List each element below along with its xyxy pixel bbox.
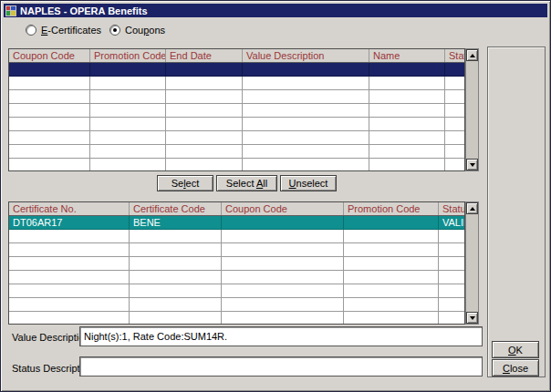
certificate-table-scrollbar[interactable] (465, 201, 479, 325)
table-cell (243, 77, 369, 90)
table-row[interactable] (9, 118, 465, 131)
coupon-table: Coupon CodePromotion CodeEnd DateValue D… (8, 48, 465, 171)
table-cell (130, 312, 222, 325)
radio-circle-icon (109, 25, 120, 36)
table-cell (344, 298, 439, 312)
table-row[interactable] (9, 159, 465, 172)
table-cell (369, 118, 445, 131)
title-bar[interactable]: NAPLES - OPERA Benefits (4, 4, 547, 17)
table-row[interactable] (9, 131, 465, 145)
table-cell (439, 312, 466, 325)
radio-label: Coupons (125, 25, 165, 36)
table-cell (344, 243, 439, 257)
table-cell (439, 257, 466, 271)
table-cell (445, 131, 466, 145)
radio-coupons[interactable]: Coupons (109, 25, 165, 36)
table-cell (369, 131, 445, 145)
table-cell (243, 118, 369, 131)
select-all-button[interactable]: Select All (216, 175, 277, 191)
select-button[interactable]: Select (157, 175, 213, 191)
coupon-table-scrollbar[interactable] (465, 48, 479, 171)
table-row[interactable] (9, 271, 465, 284)
table-cell (445, 77, 466, 90)
table-row[interactable] (9, 243, 465, 257)
value-description-label: Value Description (12, 332, 89, 343)
radio-e-certificates[interactable]: E-Certificates (26, 25, 101, 36)
table-cell (344, 230, 439, 243)
arrow-down-icon (470, 316, 475, 320)
status-description-field[interactable] (79, 356, 483, 377)
table-cell (222, 284, 344, 298)
table-cell (9, 312, 130, 325)
table-cell (90, 90, 166, 104)
table-cell (9, 145, 90, 159)
table-cell (90, 159, 166, 172)
table-cell (243, 159, 369, 172)
table-cell (9, 243, 130, 257)
table-cell (130, 243, 222, 257)
data-grid: Coupon CodePromotion CodeEnd DateValue D… (9, 49, 465, 171)
scroll-up-button[interactable] (466, 202, 478, 214)
table-row[interactable] (9, 104, 465, 118)
table-cell (243, 131, 369, 145)
table-row[interactable] (9, 298, 465, 312)
table-cell (222, 312, 344, 325)
table-cell (439, 243, 466, 257)
table-cell (445, 118, 466, 131)
table-cell (222, 243, 344, 257)
scroll-down-button[interactable] (466, 159, 478, 170)
table-row[interactable] (9, 284, 465, 298)
table-cell (222, 230, 344, 243)
table-cell (9, 118, 90, 131)
table-cell (90, 77, 166, 90)
column-header: Promotion Code (90, 49, 166, 63)
scroll-up-button[interactable] (466, 49, 478, 61)
table-cell: VALID (439, 216, 466, 230)
table-row[interactable]: DT06AR17BENEVALID (9, 216, 465, 230)
table-row[interactable] (9, 230, 465, 243)
unselect-button[interactable]: Unselect (280, 175, 337, 191)
table-row[interactable] (9, 63, 465, 77)
table-cell (344, 271, 439, 284)
table-cell (90, 63, 166, 77)
table-cell (369, 104, 445, 118)
scroll-down-button[interactable] (466, 312, 478, 324)
table-cell (344, 257, 439, 271)
table-cell (9, 104, 90, 118)
column-header: Certificate No. (9, 202, 130, 216)
table-cell (445, 63, 466, 77)
table-row[interactable] (9, 77, 465, 90)
table-cell (130, 284, 222, 298)
radio-circle-icon (26, 25, 36, 36)
table-row[interactable] (9, 145, 465, 159)
table-cell (243, 145, 369, 159)
close-button[interactable]: Close (492, 359, 539, 377)
arrow-up-icon (470, 207, 475, 211)
table-cell (130, 230, 222, 243)
table-cell (166, 90, 243, 104)
ok-button[interactable]: OK (492, 341, 539, 358)
table-row[interactable] (9, 90, 465, 104)
value-description-field[interactable] (79, 326, 483, 346)
table-cell (90, 118, 166, 131)
certificate-table: Certificate No.Certificate CodeCoupon Co… (8, 201, 465, 325)
table-cell: BENE (130, 216, 222, 230)
table-cell (243, 63, 369, 77)
radio-label: E-Certificates (41, 25, 101, 36)
table-cell (243, 104, 369, 118)
table-cell (166, 118, 243, 131)
table-cell (9, 131, 90, 145)
table-cell (445, 145, 466, 159)
table-cell (344, 312, 439, 325)
column-header: Coupon Code (222, 202, 344, 216)
table-row[interactable] (9, 312, 465, 325)
table-cell (439, 298, 466, 312)
column-header: Coupon Code (9, 49, 90, 63)
table-cell (369, 159, 445, 172)
app-icon (5, 5, 16, 16)
table-cell (130, 271, 222, 284)
table-cell (166, 145, 243, 159)
table-row[interactable] (9, 257, 465, 271)
table-cell (222, 216, 344, 230)
table-cell (90, 145, 166, 159)
